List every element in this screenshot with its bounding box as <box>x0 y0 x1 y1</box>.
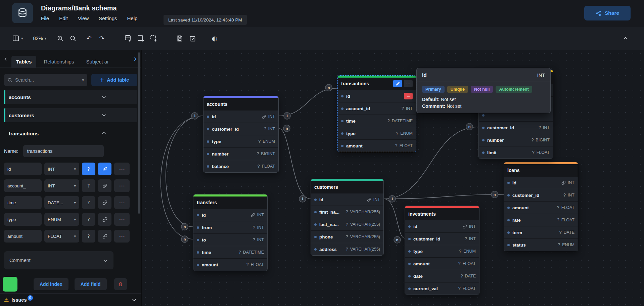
table-field-row[interactable]: from?INT <box>193 221 267 233</box>
field-name-input[interactable]: account_ <box>4 179 42 192</box>
field-primary-key-button[interactable] <box>98 163 111 175</box>
search-select[interactable]: ▾ <box>4 74 87 86</box>
table-field-row[interactable]: account_id?INT <box>338 102 416 115</box>
table-field-row[interactable]: amount?FLOAT <box>193 258 267 271</box>
tab-subject-areas[interactable]: Subject ar <box>81 56 113 68</box>
save-button[interactable] <box>173 32 186 45</box>
menu-file[interactable]: File <box>41 15 49 21</box>
field-more-button[interactable]: ⋯ <box>114 213 130 226</box>
add-table-button[interactable]: + Add table <box>91 74 137 86</box>
table-field-row[interactable]: term?DATE <box>504 226 578 238</box>
field-nullable-button[interactable]: ? <box>82 179 95 192</box>
table-field-row[interactable]: idINT <box>193 209 267 221</box>
zoom-out-button[interactable] <box>66 32 79 45</box>
table-name-input[interactable] <box>23 145 104 157</box>
table-field-row[interactable]: type?ENUM <box>203 135 278 147</box>
table-color-swatch[interactable] <box>3 277 17 292</box>
field-more-button[interactable]: ⋯ <box>114 230 130 243</box>
add-table-tool-button[interactable] <box>122 32 134 45</box>
field-more-button[interactable]: ⋯ <box>114 196 130 209</box>
table-field-row[interactable]: idINT <box>311 193 383 206</box>
add-area-button[interactable] <box>147 32 160 45</box>
field-nullable-button[interactable]: ? <box>82 213 95 226</box>
field-name-input[interactable]: id <box>4 163 42 175</box>
menu-edit[interactable]: Edit <box>59 15 68 21</box>
zoom-in-button[interactable] <box>54 32 66 45</box>
diagram-table-transfers[interactable]: transfersidINTfrom?INTto?INTtime?DATETIM… <box>193 194 268 271</box>
layout-menu-button[interactable]: ▾ <box>10 32 25 45</box>
zoom-level-button[interactable]: 82% ▾ <box>31 32 49 45</box>
table-field-row[interactable]: customer_id?INT <box>405 232 479 245</box>
field-primary-key-button[interactable] <box>98 196 111 209</box>
field-primary-key-button[interactable] <box>98 213 111 226</box>
diagram-table-loans[interactable]: loansidINTcustomer_id?INTamount?FLOATrat… <box>504 162 578 251</box>
theme-toggle-button[interactable]: ◐ <box>208 32 221 45</box>
table-field-row[interactable]: first_na...?VARCHAR(255) <box>311 206 383 218</box>
table-field-row[interactable]: idINT <box>504 176 578 189</box>
table-header[interactable]: investments <box>405 208 479 220</box>
table-field-row[interactable]: address?VARCHAR(255) <box>311 243 383 255</box>
tab-tables[interactable]: Tables <box>11 56 36 68</box>
relationship-line[interactable] <box>384 194 504 199</box>
table-header[interactable]: loans <box>504 164 578 176</box>
sidebar-item-accounts[interactable]: accounts <box>4 90 137 104</box>
search-input[interactable] <box>15 77 79 83</box>
menu-help[interactable]: Help <box>127 15 137 21</box>
field-more-button[interactable]: ⋯ <box>114 163 130 175</box>
table-field-row[interactable]: time?DATETIME <box>193 246 267 258</box>
table-field-row[interactable]: type?ENUM <box>405 245 479 257</box>
table-header[interactable]: accounts <box>203 98 278 110</box>
table-field-row[interactable]: number?BIGINT <box>203 147 278 160</box>
table-header[interactable]: transfers <box>193 196 267 209</box>
table-field-row[interactable]: balance?FLOAT <box>203 160 278 172</box>
field-name-input[interactable]: amount <box>4 230 42 243</box>
table-header[interactable]: transactions⋯ <box>338 78 416 90</box>
tabs-scroll-right-button[interactable] <box>132 56 138 62</box>
table-field-row[interactable]: type?ENUM <box>338 127 416 139</box>
table-field-row[interactable]: to?INT <box>193 233 267 246</box>
tabs-scroll-left-button[interactable] <box>3 56 9 62</box>
table-field-row[interactable]: amount?FLOAT <box>405 257 479 270</box>
sidebar-item-transactions[interactable]: transactions <box>4 126 137 140</box>
field-name-input[interactable]: time <box>4 196 42 209</box>
chevron-down-icon[interactable] <box>101 94 106 99</box>
diagram-table-customers[interactable]: customersidINTfirst_na...?VARCHAR(255)la… <box>311 179 384 256</box>
edit-table-button[interactable] <box>393 80 402 87</box>
sidebar-item-customers[interactable]: customers <box>4 108 137 122</box>
field-type-select[interactable]: INT▾ <box>44 163 79 175</box>
todo-button[interactable] <box>186 32 199 45</box>
relationship-line[interactable] <box>279 88 337 116</box>
table-field-row[interactable]: amount?FLOAT <box>504 201 578 214</box>
table-field-row[interactable]: rate?FLOAT <box>504 214 578 226</box>
diagram-table-investments[interactable]: investmentsidINTcustomer_id?INTtype?ENUM… <box>405 206 479 295</box>
redo-button[interactable]: ↷ <box>95 32 108 45</box>
menu-view[interactable]: View <box>78 15 89 21</box>
relationship-line[interactable] <box>279 128 311 199</box>
add-note-button[interactable] <box>134 32 147 45</box>
field-type-select[interactable]: DATE...▾ <box>44 196 79 209</box>
collapse-toolbar-button[interactable] <box>619 32 632 45</box>
share-button[interactable]: Share <box>584 6 631 20</box>
comment-collapse[interactable]: Comment <box>4 251 113 269</box>
table-field-row[interactable]: phone?VARCHAR(255) <box>311 230 383 243</box>
field-primary-key-button[interactable] <box>98 230 111 243</box>
field-nullable-button[interactable]: ? <box>82 230 95 243</box>
field-nullable-button[interactable]: ? <box>82 163 95 175</box>
field-nullable-button[interactable]: ? <box>82 196 95 209</box>
table-field-row[interactable]: current_val?FLOAT <box>405 282 479 295</box>
table-field-row[interactable]: last_na...?VARCHAR(255) <box>311 218 383 230</box>
table-field-row[interactable]: time?DATETIME <box>338 115 416 127</box>
chevron-down-icon[interactable] <box>101 113 106 118</box>
field-primary-key-button[interactable] <box>98 179 111 192</box>
add-field-button[interactable]: Add field <box>75 278 107 290</box>
table-field-row[interactable]: customer_id?INT <box>203 123 278 135</box>
issues-bar[interactable]: ⚠ Issues 0 <box>0 293 141 306</box>
diagram-table-accounts[interactable]: accountsidINTcustomer_id?INTtype?ENUMnum… <box>203 96 279 173</box>
delete-field-button[interactable]: − <box>404 93 413 99</box>
field-name-input[interactable]: type <box>4 213 42 226</box>
field-type-select[interactable]: ENUM▾ <box>44 213 79 226</box>
chevron-down-icon[interactable] <box>132 297 137 302</box>
add-index-button[interactable]: Add index <box>34 278 68 290</box>
field-more-button[interactable]: ⋯ <box>114 179 130 192</box>
tab-relationships[interactable]: Relationships <box>39 56 79 68</box>
